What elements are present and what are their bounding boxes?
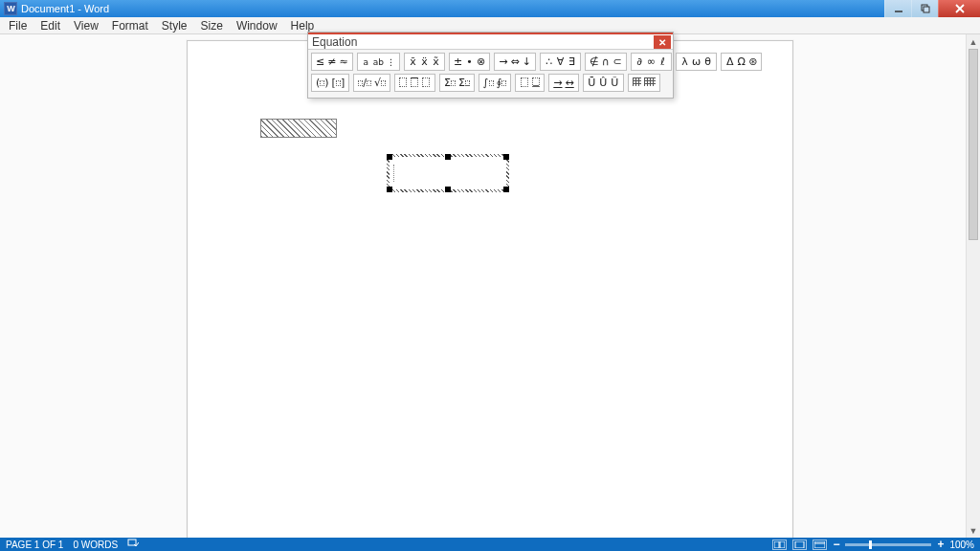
- zoom-level[interactable]: 100%: [949, 540, 974, 550]
- glyph: (): [316, 77, 329, 88]
- scroll-thumb[interactable]: [969, 49, 978, 240]
- glyph: ∞: [647, 56, 656, 67]
- eq-template-group-8[interactable]: [628, 74, 660, 92]
- eq-symbol-group-2[interactable]: x̄ẍx̃: [404, 53, 445, 71]
- glyph: a: [362, 56, 370, 67]
- scroll-down-arrow[interactable]: ▼: [967, 523, 980, 538]
- equation-toolbar[interactable]: Equation ✕ ≤≠≈aab⋮x̄ẍx̃±•⊗→⇔↓∴∀∃∉∩⊂∂∞ℓλω…: [307, 32, 674, 99]
- resize-handle-bottom-left[interactable]: [387, 187, 392, 192]
- title-bar: W Document1 - Word: [0, 0, 980, 17]
- resize-handle-top-left[interactable]: [387, 154, 392, 160]
- eq-symbol-group-5[interactable]: ∴∀∃: [540, 53, 581, 71]
- glyph: Σ: [444, 77, 456, 88]
- menu-view[interactable]: View: [67, 18, 105, 33]
- glyph: θ: [703, 56, 712, 67]
- app-icon: W: [4, 2, 17, 15]
- glyph: →: [499, 56, 507, 67]
- document-page[interactable]: [187, 40, 793, 551]
- close-button[interactable]: [938, 0, 980, 17]
- status-page[interactable]: PAGE 1 OF 1: [6, 540, 63, 550]
- resize-handle-top[interactable]: [445, 154, 451, 160]
- eq-template-group-5[interactable]: [515, 74, 545, 92]
- glyph: Σ: [458, 77, 470, 88]
- selected-equation-object[interactable]: [387, 154, 509, 192]
- status-words[interactable]: 0 WORDS: [73, 540, 118, 550]
- glyph: √: [374, 77, 386, 88]
- glyph: ≠: [327, 56, 336, 67]
- menu-file[interactable]: File: [2, 18, 33, 33]
- glyph: λ: [680, 56, 689, 67]
- eq-template-group-7[interactable]: ŪÛŨ: [583, 74, 624, 92]
- glyph: ⊂: [613, 56, 622, 67]
- svg-rect-6: [774, 541, 779, 548]
- glyph: [411, 77, 419, 89]
- equation-toolbar-title: Equation: [312, 35, 357, 49]
- glyph: [399, 77, 408, 89]
- eq-symbol-group-1[interactable]: aab⋮: [357, 53, 400, 71]
- eq-template-group-4[interactable]: ∫∮: [479, 74, 511, 92]
- window-title: Document1 - Word: [21, 3, 109, 14]
- glyph: ≈: [339, 56, 347, 67]
- maximize-button[interactable]: [911, 0, 938, 17]
- view-read-mode-button[interactable]: [772, 540, 787, 550]
- menu-size[interactable]: Size: [194, 18, 230, 33]
- eq-symbol-group-8[interactable]: λωθ: [676, 53, 717, 71]
- glyph: Ū: [588, 77, 596, 88]
- resize-handle-top-right[interactable]: [503, 154, 509, 160]
- svg-rect-2: [924, 7, 929, 12]
- glyph: /: [358, 77, 371, 88]
- glyph: [531, 77, 540, 89]
- glyph: ∮: [497, 77, 507, 88]
- glyph: [520, 77, 528, 89]
- resize-handle-bottom-right[interactable]: [503, 187, 509, 192]
- glyph: ∴: [545, 56, 553, 67]
- minimize-button[interactable]: [884, 0, 911, 17]
- eq-symbol-group-7[interactable]: ∂∞ℓ: [631, 53, 672, 71]
- glyph: ⊛: [748, 56, 757, 67]
- menu-edit[interactable]: Edit: [33, 18, 67, 33]
- equation-template-row-2: ()[]/√ΣΣ∫∮→↔ŪÛŨ: [311, 74, 670, 92]
- glyph: Δ: [725, 56, 734, 67]
- glyph: ⋮: [387, 56, 395, 67]
- glyph: ⇔: [511, 56, 520, 67]
- glyph: ∀: [556, 56, 565, 67]
- eq-symbol-group-0[interactable]: ≤≠≈: [311, 53, 353, 71]
- eq-template-group-3[interactable]: ΣΣ: [439, 74, 475, 92]
- menu-format[interactable]: Format: [105, 18, 155, 33]
- svg-rect-9: [814, 541, 825, 548]
- scroll-track[interactable]: [967, 49, 980, 523]
- zoom-in-button[interactable]: +: [937, 538, 944, 551]
- eq-template-group-2[interactable]: [394, 74, 435, 92]
- view-web-layout-button[interactable]: [813, 540, 827, 550]
- glyph: ∂: [635, 56, 644, 67]
- glyph: ẍ: [420, 56, 429, 67]
- eq-symbol-group-3[interactable]: ±•⊗: [449, 53, 490, 71]
- eq-template-group-1[interactable]: /√: [353, 74, 390, 92]
- zoom-out-button[interactable]: −: [833, 538, 839, 551]
- eq-symbol-group-6[interactable]: ∉∩⊂: [585, 53, 627, 71]
- glyph: ℓ: [658, 56, 667, 67]
- view-print-layout-button[interactable]: [792, 540, 807, 550]
- glyph: →: [553, 77, 562, 88]
- menu-window[interactable]: Window: [230, 18, 284, 33]
- eq-symbol-group-9[interactable]: ΔΩ⊛: [721, 53, 762, 71]
- equation-toolbar-title-bar[interactable]: Equation ✕: [308, 33, 673, 50]
- menu-style[interactable]: Style: [155, 18, 194, 33]
- eq-symbol-group-4[interactable]: →⇔↓: [494, 53, 536, 71]
- equation-toolbar-close-button[interactable]: ✕: [654, 35, 671, 49]
- glyph: ∉: [590, 56, 599, 67]
- scroll-up-arrow[interactable]: ▲: [967, 34, 980, 49]
- glyph: ±: [454, 56, 462, 67]
- resize-handle-bottom[interactable]: [445, 187, 451, 192]
- equation-object-placeholder[interactable]: [260, 119, 337, 138]
- zoom-slider[interactable]: [845, 543, 931, 546]
- eq-template-group-6[interactable]: →↔: [548, 74, 578, 92]
- glyph: x̃: [432, 56, 440, 67]
- glyph: ω: [692, 56, 701, 67]
- glyph: ∃: [568, 56, 576, 67]
- zoom-slider-thumb[interactable]: [869, 540, 872, 549]
- spellcheck-icon[interactable]: [127, 539, 139, 550]
- eq-template-group-0[interactable]: ()[]: [311, 74, 349, 92]
- equation-edit-area[interactable]: [391, 159, 504, 187]
- vertical-scrollbar[interactable]: ▲ ▼: [966, 34, 980, 538]
